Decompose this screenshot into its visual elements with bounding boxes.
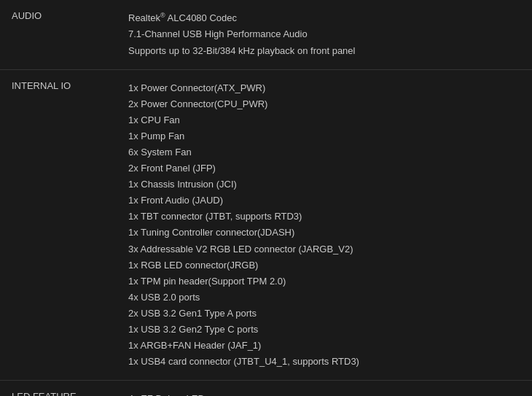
spec-line: 1x Chassis Intrusion (JCI): [128, 176, 520, 193]
section-label-2: LED FEATURE: [0, 381, 117, 396]
spec-line: 1x Pump Fan: [128, 128, 520, 144]
spec-line: 6x System Fan: [128, 144, 520, 160]
spec-line: 2x Power Connector(CPU_PWR): [128, 96, 520, 112]
spec-line: 1x RGB LED connector(JRGB): [128, 257, 520, 273]
spec-line: 1x Front Audio (JAUD): [128, 193, 520, 209]
spec-line: 1x TBT connector (JTBT, supports RTD3): [128, 209, 520, 225]
spec-line: 3x Addressable V2 RGB LED connector (JAR…: [128, 241, 520, 257]
spec-line: 1x ARGB+FAN Header (JAF_1): [128, 338, 520, 354]
spec-line: 2x Front Panel (JFP): [128, 160, 520, 176]
spec-line: 1x USB4 card connector (JTBT_U4_1, suppo…: [128, 354, 520, 370]
section-value-1: 1x Power Connector(ATX_PWR)2x Power Conn…: [117, 69, 532, 381]
spec-line: 1x CPU Fan: [128, 112, 520, 128]
spec-table: AUDIORealtek® ALC4080 Codec7.1-Channel U…: [0, 0, 532, 396]
spec-line: 1x USB 3.2 Gen2 Type C ports: [128, 322, 520, 338]
section-value-2: 4x EZ Debug LED1x EZ LED Control switch: [117, 381, 532, 396]
spec-line: 2x USB 3.2 Gen1 Type A ports: [128, 306, 520, 322]
spec-line: 7.1-Channel USB High Performance Audio: [128, 26, 520, 42]
spec-line: Supports up to 32-Bit/384 kHz playback o…: [128, 43, 520, 59]
spec-line: 1x Power Connector(ATX_PWR): [128, 80, 520, 96]
section-label-1: INTERNAL IO: [0, 69, 117, 381]
spec-line: 1x Tuning Controller connector(JDASH): [128, 225, 520, 241]
spec-line: 4x USB 2.0 ports: [128, 290, 520, 306]
section-label-0: AUDIO: [0, 0, 117, 69]
section-value-0: Realtek® ALC4080 Codec7.1-Channel USB Hi…: [117, 0, 532, 69]
spec-line: Realtek® ALC4080 Codec: [128, 10, 520, 26]
spec-line: 1x TPM pin header(Support TPM 2.0): [128, 273, 520, 290]
spec-line: 4x EZ Debug LED: [128, 391, 520, 396]
